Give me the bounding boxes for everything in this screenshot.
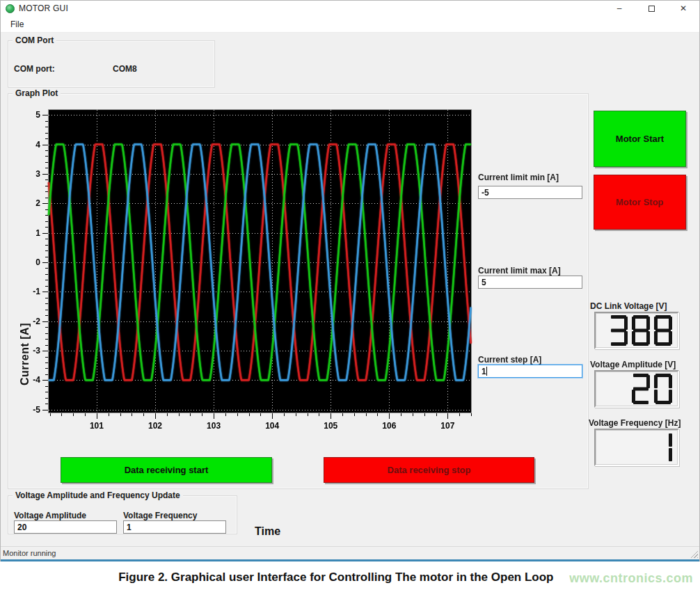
voltage-amplitude-display-label: Voltage Amplitude [V] [590, 360, 676, 369]
current-limit-max-input[interactable] [478, 276, 582, 289]
current-waveform-chart [29, 104, 488, 431]
voltage-frequency-display [594, 429, 679, 466]
titlebar: MOTOR GUI – ✕ [1, 1, 699, 16]
com-port-group: COM Port COM port: COM8 [8, 40, 215, 88]
maximize-icon[interactable] [635, 1, 667, 16]
current-step-label: Current step [A] [478, 355, 541, 365]
current-step-input[interactable] [478, 365, 582, 378]
motor-stop-button[interactable]: Motor Stop [594, 175, 686, 230]
watermark: www.cntronics.com [569, 571, 693, 586]
graph-plot-group-label: Graph Plot [13, 88, 61, 98]
voltage-amplitude-label: Voltage Amplitude [14, 511, 86, 520]
caption-area: Figure 2. Graphical user Interface for C… [0, 561, 700, 590]
data-receiving-stop-button[interactable]: Data receiving stop [324, 457, 534, 483]
app-window: MOTOR GUI – ✕ File COM Port COM port: CO… [0, 0, 700, 561]
current-limit-min-input[interactable] [478, 186, 582, 199]
com-port-value: COM8 [113, 64, 137, 74]
status-text: Monitor running [1, 549, 56, 557]
window-title: MOTOR GUI [19, 3, 68, 13]
com-port-group-label: COM Port [13, 35, 56, 45]
com-port-label: COM port: [14, 64, 55, 74]
menu-item-file[interactable]: File [6, 18, 28, 31]
dc-link-voltage-display [594, 312, 679, 349]
app-icon [6, 4, 15, 13]
motor-start-button[interactable]: Motor Start [594, 111, 686, 167]
voltage-frequency-display-label: Voltage Frequency [Hz] [589, 418, 681, 428]
voltage-amplitude-input[interactable] [14, 520, 117, 534]
dc-link-voltage-label: DC Link Voltage [V] [590, 301, 667, 311]
minimize-icon[interactable]: – [603, 1, 635, 16]
current-limit-max-label: Current limit max [A] [478, 266, 561, 276]
voltage-update-group-label: Voltage Amplitude and Frequency Update [13, 491, 183, 500]
voltage-frequency-label: Voltage Frequency [123, 511, 197, 520]
resize-grip-icon[interactable] [689, 549, 698, 558]
status-bar: Monitor running [1, 546, 699, 559]
voltage-update-group: Voltage Amplitude and Frequency Update V… [8, 495, 237, 534]
text-cursor [486, 367, 487, 376]
close-icon[interactable]: ✕ [667, 1, 699, 16]
voltage-amplitude-display [594, 370, 679, 408]
menubar: File [1, 16, 699, 33]
graph-plot-group: Graph Plot Current [A] Time Current limi… [8, 93, 589, 489]
voltage-frequency-input[interactable] [123, 520, 226, 534]
data-receiving-start-button[interactable]: Data receiving start [61, 457, 272, 483]
y-axis-label: Current [A] [19, 312, 31, 396]
window-controls: – ✕ [603, 1, 699, 16]
current-limit-min-label: Current limit min [A] [478, 173, 559, 182]
